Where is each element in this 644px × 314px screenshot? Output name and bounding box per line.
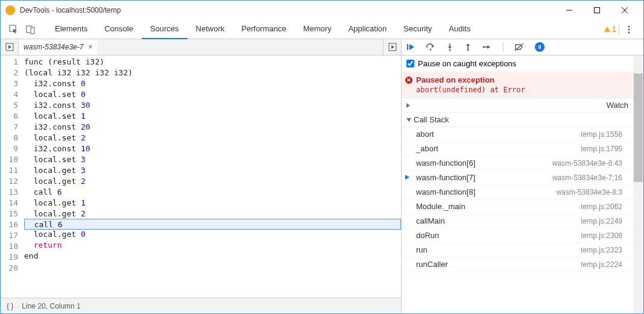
braces-icon[interactable]: { } [7,302,13,310]
code-line[interactable]: call 6 [24,187,401,198]
code-line[interactable]: local.get 1 [24,198,401,209]
code-line[interactable] [24,262,401,272]
main-toolbar: ElementsConsoleSourcesNetworkPerformance… [1,20,643,39]
panel-tab-performance[interactable]: Performance [233,19,294,39]
stack-frame[interactable]: _aborttemp.js:1795 [402,142,633,156]
panel-tab-memory[interactable]: Memory [295,19,340,39]
call-stack-list: aborttemp.js:1558_aborttemp.js:1795wasm-… [402,127,633,272]
stack-frame[interactable]: runCallertemp.js:2224 [402,257,633,272]
callstack-label: Call Stack [414,115,449,124]
pause-on-caught-label: Pause on caught exceptions [418,59,516,68]
svg-marker-22 [466,43,470,46]
stack-frame-location: wasm-53834e3e-6:43 [552,159,622,168]
svg-marker-25 [487,45,490,49]
code-line[interactable]: call 6 [24,219,401,230]
error-icon: ✕ [405,77,412,84]
pause-on-exceptions-icon[interactable]: II [535,42,545,52]
stack-frame[interactable]: wasm-function[6]wasm-53834e3e-6:43 [402,156,633,171]
stack-frame[interactable]: wasm-function[8]wasm-53834e3e-8:3 [402,185,633,199]
sources-panel: wasm-53834e3e-7 × 1234567891011121314151… [1,39,402,313]
code-line[interactable]: local.get 0 [24,229,401,240]
resume-icon[interactable] [406,43,415,51]
maximize-button[interactable] [583,1,611,20]
stack-frame-location: temp.js:2323 [581,246,622,254]
stack-frame[interactable]: wasm-function[7]wasm-53834e3e-7:16 [402,171,633,185]
panel-tab-sources[interactable]: Sources [142,19,188,39]
stack-frame-function: Module._main [416,202,466,211]
panel-tab-audits[interactable]: Audits [440,19,479,39]
svg-rect-6 [31,28,34,34]
stack-frame-function: _abort [416,144,438,153]
panel-tab-network[interactable]: Network [188,19,233,39]
svg-marker-16 [432,45,434,48]
stack-frame-function: wasm-function[8] [416,187,475,196]
stack-frame[interactable]: callMaintemp.js:2249 [402,214,633,228]
callstack-section-header[interactable]: Call Stack [402,113,633,127]
step-into-icon[interactable] [446,43,453,51]
code-line[interactable]: local.set 0 [24,89,401,100]
debugger-pane-toggle-icon[interactable] [383,39,401,55]
file-tab[interactable]: wasm-53834e3e-7 × [19,39,97,55]
stack-frame-location: temp.js:2249 [581,217,622,225]
window-title: DevTools - localhost:5000/temp [20,6,555,14]
stack-frame-function: doRun [416,231,439,240]
code-editor[interactable]: 1234567891011121314151617181920 func (re… [1,55,401,298]
code-area[interactable]: func (result i32)(local i32 i32 i32 i32)… [22,55,401,298]
more-menu-icon[interactable] [622,22,636,37]
step-icon[interactable] [482,43,492,51]
scrollbar[interactable] [633,55,643,313]
devtools-icon [5,5,15,15]
panel-tabs: ElementsConsoleSourcesNetworkPerformance… [46,19,604,39]
stack-frame-function: wasm-function[6] [416,159,475,168]
warning-count: 1 [612,25,616,34]
stack-frame-function: wasm-function[7] [416,173,475,182]
code-line[interactable]: local.get 3 [24,165,401,176]
warning-icon [604,26,611,33]
watch-section-header[interactable]: Watch [402,98,633,113]
svg-marker-15 [409,44,414,50]
code-line[interactable]: local.set 2 [24,133,401,143]
stack-frame[interactable]: doRuntemp.js:2308 [402,228,633,243]
code-line[interactable]: local.get 2 [24,176,401,187]
minimize-button[interactable] [555,1,583,20]
code-line[interactable]: i32.const 0 [24,78,401,89]
stack-frame[interactable]: Module._maintemp.js:2062 [402,199,633,214]
stack-frame[interactable]: runtemp.js:2323 [402,243,633,257]
panel-tab-application[interactable]: Application [340,19,396,39]
warning-badge[interactable]: 1 [604,25,616,34]
pause-on-caught-checkbox[interactable] [406,60,414,68]
exception-title: Paused on exception [416,75,494,84]
debug-controls: II [402,39,643,55]
stack-frame[interactable]: aborttemp.js:1558 [402,127,633,142]
svg-point-26 [483,46,485,48]
watch-label: Watch [607,101,628,110]
code-line[interactable]: local.set 1 [24,111,401,122]
code-line[interactable]: (local i32 i32 i32 i32) [24,68,401,78]
panel-tab-security[interactable]: Security [395,19,440,39]
code-line[interactable]: i32.const 30 [24,100,401,111]
step-out-icon[interactable] [464,43,472,51]
panel-tab-console[interactable]: Console [96,19,142,39]
deactivate-breakpoints-icon[interactable] [514,43,524,51]
inspect-element-icon[interactable] [5,21,22,38]
svg-rect-1 [595,8,600,13]
svg-point-9 [628,31,630,33]
code-line[interactable]: i32.const 20 [24,122,401,133]
navigator-toggle-icon[interactable] [1,39,19,55]
close-tab-icon[interactable]: × [88,43,92,51]
code-line[interactable]: return [24,240,401,251]
code-line[interactable]: i32.const 10 [24,143,401,154]
stack-frame-location: wasm-53834e3e-7:16 [552,174,622,182]
code-line[interactable]: local.set 3 [24,154,401,165]
stack-frame-function: runCaller [416,260,448,269]
svg-point-7 [628,25,630,27]
scrollbar-thumb[interactable] [634,74,643,182]
close-button[interactable] [611,1,639,20]
panel-tab-elements[interactable]: Elements [46,19,96,39]
step-over-icon[interactable] [426,43,435,51]
code-line[interactable]: local.get 2 [24,209,401,219]
code-line[interactable]: func (result i32) [24,57,401,68]
code-line[interactable]: end [24,251,401,262]
device-toggle-icon[interactable] [22,21,39,38]
debugger-panel: II Pause on caught exceptions ✕ Paused o… [402,39,643,313]
